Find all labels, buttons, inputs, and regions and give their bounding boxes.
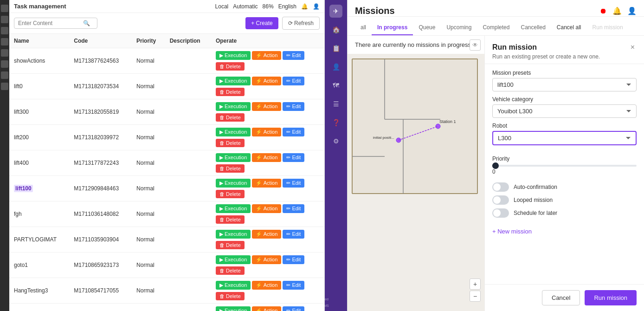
run-mission-button[interactable]: Run mission	[585, 290, 637, 305]
tab-queue[interactable]: Queue	[413, 20, 441, 35]
new-mission-link[interactable]: + New mission	[485, 224, 644, 239]
sidebar-icon-1[interactable]	[1, 5, 8, 12]
map-visibility-toggle[interactable]: 👁	[470, 39, 481, 51]
table-row: lift0M1713182073534Normal▶ Execution⚡ Ac…	[9, 74, 324, 99]
action-button[interactable]: ⚡ Action	[252, 281, 281, 290]
delete-button[interactable]: 🗑 Delete	[216, 62, 245, 71]
edit-button[interactable]: ✏ Edit	[283, 230, 304, 239]
execution-button[interactable]: ▶ Execution	[216, 204, 251, 213]
delete-button[interactable]: 🗑 Delete	[216, 292, 245, 300]
execution-button[interactable]: ▶ Execution	[216, 102, 251, 111]
sidebar-icon-7[interactable]	[1, 71, 8, 79]
edit-button[interactable]: ✏ Edit	[283, 255, 304, 264]
schedule-later-toggle[interactable]	[492, 208, 509, 218]
zoom-in-button[interactable]: +	[470, 279, 481, 290]
tab-cancelled[interactable]: Cancelled	[515, 20, 551, 35]
zoom-out-button[interactable]: −	[470, 291, 481, 302]
action-button[interactable]: ⚡ Action	[252, 255, 281, 264]
execution-button[interactable]: ▶ Execution	[216, 128, 251, 136]
delete-button[interactable]: 🗑 Delete	[216, 88, 245, 96]
sidebar-icon-4[interactable]	[1, 38, 8, 45]
cell-operate: ▶ Execution⚡ Action✏ Edit🗑 Delete	[211, 304, 324, 311]
create-button[interactable]: + Create	[245, 17, 278, 29]
delete-button[interactable]: 🗑 Delete	[216, 113, 245, 122]
cell-operate: ▶ Execution⚡ Action✏ Edit🗑 Delete	[211, 227, 324, 253]
mission-presets-label: Mission presets	[492, 70, 637, 76]
auto-confirmation-thumb	[493, 183, 501, 191]
sidebar-icon-5[interactable]	[1, 49, 8, 57]
execution-button[interactable]: ▶ Execution	[216, 77, 251, 85]
cell-code: M1712909848463	[69, 176, 132, 201]
action-button[interactable]: ⚡ Action	[252, 51, 281, 60]
cell-description	[165, 227, 211, 253]
tab-upcoming[interactable]: Upcoming	[441, 20, 477, 35]
action-button[interactable]: ⚡ Action	[252, 77, 281, 85]
action-button[interactable]: ⚡ Action	[252, 179, 281, 188]
vehicle-category-select[interactable]: Youibot L300	[492, 104, 637, 118]
execution-button[interactable]: ▶ Execution	[216, 230, 251, 239]
refresh-button[interactable]: ⟳ Refresh	[282, 17, 320, 30]
nav-icon-list[interactable]: 📋	[329, 42, 342, 55]
edit-button[interactable]: ✏ Edit	[283, 128, 304, 136]
col-description: Description	[165, 34, 211, 48]
run-mission-subtitle: Run an existing preset or create a new o…	[492, 53, 600, 60]
cell-priority: Normal	[132, 74, 165, 99]
delete-button[interactable]: 🗑 Delete	[216, 241, 245, 249]
edit-button[interactable]: ✏ Edit	[283, 306, 304, 311]
notification-icon[interactable]: 🔔	[301, 3, 308, 10]
delete-button[interactable]: 🗑 Delete	[216, 190, 245, 198]
edit-button[interactable]: ✏ Edit	[283, 204, 304, 213]
looped-mission-toggle[interactable]	[492, 195, 509, 205]
execution-button[interactable]: ▶ Execution	[216, 306, 251, 311]
cell-operate: ▶ Execution⚡ Action✏ Edit🗑 Delete	[211, 99, 324, 125]
sidebar-icon-3[interactable]	[1, 27, 8, 34]
nav-icon-map[interactable]: 🗺	[329, 79, 342, 92]
delete-button[interactable]: 🗑 Delete	[216, 164, 245, 173]
edit-button[interactable]: ✏ Edit	[283, 102, 304, 111]
edit-button[interactable]: ✏ Edit	[283, 51, 304, 60]
nav-icon-settings[interactable]: ⚙	[329, 135, 342, 148]
nav-icon-home[interactable]: 🏠	[329, 23, 342, 36]
sidebar-icon-8[interactable]	[1, 83, 8, 90]
edit-button[interactable]: ✏ Edit	[283, 77, 304, 85]
edit-button[interactable]: ✏ Edit	[283, 281, 304, 290]
delete-button[interactable]: 🗑 Delete	[216, 266, 245, 275]
close-run-mission-button[interactable]: ×	[629, 43, 637, 52]
nav-icon-user[interactable]: 👤	[329, 60, 342, 73]
nav-icon-help[interactable]: ❓	[329, 116, 342, 129]
bell-icon[interactable]: 🔔	[612, 6, 622, 15]
profile-icon[interactable]: 👤	[627, 6, 637, 15]
action-button[interactable]: ⚡ Action	[252, 102, 281, 111]
mission-presets-select[interactable]: lift100	[492, 78, 637, 91]
priority-slider-track[interactable]	[492, 165, 637, 167]
execution-button[interactable]: ▶ Execution	[216, 51, 251, 60]
sidebar-icon-6[interactable]	[1, 60, 8, 68]
nav-icon-missions[interactable]: ✈	[329, 5, 342, 18]
tab-in-progress[interactable]: In progress	[372, 20, 413, 35]
search-input[interactable]	[18, 20, 83, 26]
action-button[interactable]: ⚡ Action	[252, 153, 281, 162]
execution-button[interactable]: ▶ Execution	[216, 255, 251, 264]
action-button[interactable]: ⚡ Action	[252, 306, 281, 311]
nav-icon-menu[interactable]: ☰	[329, 97, 342, 110]
action-button[interactable]: ⚡ Action	[252, 204, 281, 213]
tab-completed[interactable]: Completed	[477, 20, 515, 35]
edit-button[interactable]: ✏ Edit	[283, 179, 304, 188]
priority-slider-thumb[interactable]	[492, 162, 499, 169]
cancel-button[interactable]: Cancel	[542, 290, 580, 305]
delete-button[interactable]: 🗑 Delete	[216, 215, 245, 224]
user-icon[interactable]: 👤	[313, 3, 320, 10]
execution-button[interactable]: ▶ Execution	[216, 179, 251, 188]
tab-all[interactable]: all	[355, 20, 372, 35]
robot-select[interactable]: L300	[492, 131, 637, 145]
auto-confirmation-toggle[interactable]	[492, 182, 509, 192]
action-button[interactable]: ⚡ Action	[252, 230, 281, 239]
action-button[interactable]: ⚡ Action	[252, 128, 281, 136]
record-icon[interactable]: ⏺	[599, 7, 607, 15]
execution-button[interactable]: ▶ Execution	[216, 153, 251, 162]
execution-button[interactable]: ▶ Execution	[216, 281, 251, 290]
delete-button[interactable]: 🗑 Delete	[216, 139, 245, 147]
tab-cancel-all[interactable]: Cancel all	[551, 20, 587, 35]
edit-button[interactable]: ✏ Edit	[283, 153, 304, 162]
sidebar-icon-2[interactable]	[1, 16, 8, 23]
